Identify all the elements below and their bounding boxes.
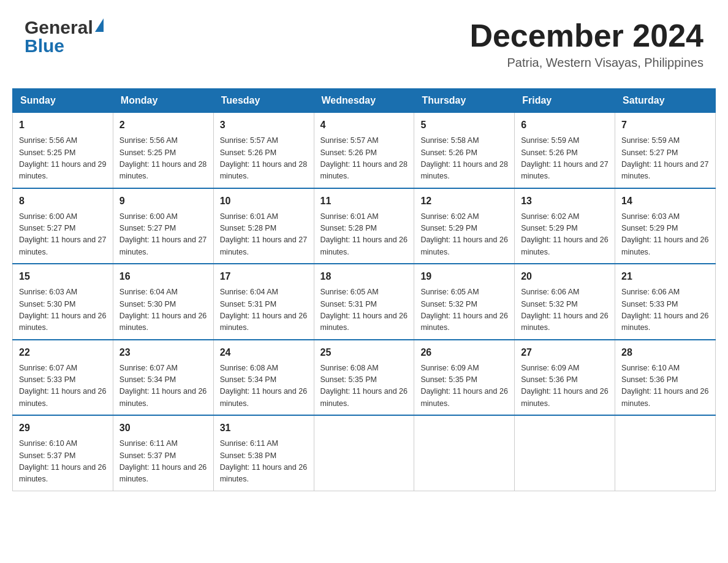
day-number: 23: [119, 345, 207, 360]
day-number: 6: [521, 118, 609, 132]
calendar-week-row: 8Sunrise: 6:00 AMSunset: 5:27 PMDaylight…: [13, 188, 716, 264]
col-saturday: Saturday: [615, 89, 716, 113]
day-info: Sunrise: 6:11 AMSunset: 5:37 PMDaylight:…: [119, 438, 207, 486]
col-thursday: Thursday: [414, 89, 515, 113]
day-number: 22: [19, 345, 107, 360]
calendar-table: Sunday Monday Tuesday Wednesday Thursday…: [12, 88, 716, 491]
calendar-cell: 4Sunrise: 5:57 AMSunset: 5:26 PMDaylight…: [314, 113, 414, 188]
day-info: Sunrise: 6:03 AMSunset: 5:29 PMDaylight:…: [621, 211, 709, 259]
page-header: General Blue December 2024 Patria, Weste…: [12, 12, 716, 76]
calendar-cell: 18Sunrise: 6:05 AMSunset: 5:31 PMDayligh…: [314, 264, 414, 340]
day-number: 5: [420, 118, 508, 132]
calendar-cell: 19Sunrise: 6:05 AMSunset: 5:32 PMDayligh…: [414, 264, 515, 340]
day-info: Sunrise: 6:03 AMSunset: 5:30 PMDaylight:…: [19, 286, 107, 334]
calendar-cell: 16Sunrise: 6:04 AMSunset: 5:30 PMDayligh…: [113, 264, 213, 340]
day-info: Sunrise: 6:05 AMSunset: 5:31 PMDaylight:…: [320, 286, 408, 334]
col-wednesday: Wednesday: [314, 89, 414, 113]
day-number: 29: [19, 421, 107, 435]
day-number: 13: [521, 194, 609, 209]
calendar-week-row: 22Sunrise: 6:07 AMSunset: 5:33 PMDayligh…: [13, 340, 716, 416]
day-info: Sunrise: 5:56 AMSunset: 5:25 PMDaylight:…: [119, 135, 207, 183]
calendar-cell: 22Sunrise: 6:07 AMSunset: 5:33 PMDayligh…: [13, 340, 113, 416]
calendar-cell: 11Sunrise: 6:01 AMSunset: 5:28 PMDayligh…: [314, 188, 414, 264]
calendar-cell: 3Sunrise: 5:57 AMSunset: 5:26 PMDaylight…: [213, 113, 314, 188]
day-info: Sunrise: 6:02 AMSunset: 5:29 PMDaylight:…: [420, 211, 508, 259]
day-info: Sunrise: 5:57 AMSunset: 5:26 PMDaylight:…: [220, 135, 308, 183]
day-info: Sunrise: 6:00 AMSunset: 5:27 PMDaylight:…: [119, 211, 207, 259]
day-info: Sunrise: 6:04 AMSunset: 5:30 PMDaylight:…: [119, 286, 207, 334]
logo-triangle-icon: [95, 18, 104, 32]
calendar-cell: 29Sunrise: 6:10 AMSunset: 5:37 PMDayligh…: [13, 415, 113, 491]
day-info: Sunrise: 6:10 AMSunset: 5:36 PMDaylight:…: [621, 362, 709, 410]
day-number: 10: [220, 194, 308, 209]
calendar-week-row: 15Sunrise: 6:03 AMSunset: 5:30 PMDayligh…: [13, 264, 716, 340]
calendar-cell: 14Sunrise: 6:03 AMSunset: 5:29 PMDayligh…: [615, 188, 716, 264]
calendar-cell: [414, 415, 515, 491]
day-number: 19: [420, 269, 508, 284]
calendar-cell: 9Sunrise: 6:00 AMSunset: 5:27 PMDaylight…: [113, 188, 213, 264]
day-number: 8: [19, 194, 107, 209]
day-number: 4: [320, 118, 408, 132]
calendar-header-row: Sunday Monday Tuesday Wednesday Thursday…: [13, 89, 716, 113]
day-info: Sunrise: 6:08 AMSunset: 5:34 PMDaylight:…: [220, 362, 308, 410]
day-number: 18: [320, 269, 408, 284]
day-info: Sunrise: 6:04 AMSunset: 5:31 PMDaylight:…: [220, 286, 308, 334]
day-number: 31: [220, 421, 308, 435]
day-number: 26: [420, 345, 508, 360]
calendar-cell: [515, 415, 615, 491]
day-number: 12: [420, 194, 508, 209]
calendar-cell: 13Sunrise: 6:02 AMSunset: 5:29 PMDayligh…: [515, 188, 615, 264]
day-number: 11: [320, 194, 408, 209]
day-number: 14: [621, 194, 709, 209]
day-number: 17: [220, 269, 308, 284]
calendar-cell: 26Sunrise: 6:09 AMSunset: 5:35 PMDayligh…: [414, 340, 515, 416]
day-info: Sunrise: 6:06 AMSunset: 5:32 PMDaylight:…: [521, 286, 609, 334]
calendar-cell: 20Sunrise: 6:06 AMSunset: 5:32 PMDayligh…: [515, 264, 615, 340]
calendar-week-row: 29Sunrise: 6:10 AMSunset: 5:37 PMDayligh…: [13, 415, 716, 491]
calendar-cell: 12Sunrise: 6:02 AMSunset: 5:29 PMDayligh…: [414, 188, 515, 264]
day-number: 27: [521, 345, 609, 360]
day-info: Sunrise: 5:57 AMSunset: 5:26 PMDaylight:…: [320, 135, 408, 183]
day-number: 3: [220, 118, 308, 132]
calendar-week-row: 1Sunrise: 5:56 AMSunset: 5:25 PMDaylight…: [13, 113, 716, 188]
day-info: Sunrise: 6:02 AMSunset: 5:29 PMDaylight:…: [521, 211, 609, 259]
day-info: Sunrise: 6:07 AMSunset: 5:34 PMDaylight:…: [119, 362, 207, 410]
day-number: 24: [220, 345, 308, 360]
col-sunday: Sunday: [13, 89, 113, 113]
day-number: 2: [119, 118, 207, 132]
day-info: Sunrise: 5:58 AMSunset: 5:26 PMDaylight:…: [420, 135, 508, 183]
calendar-cell: 30Sunrise: 6:11 AMSunset: 5:37 PMDayligh…: [113, 415, 213, 491]
calendar-cell: 21Sunrise: 6:06 AMSunset: 5:33 PMDayligh…: [615, 264, 716, 340]
day-info: Sunrise: 6:01 AMSunset: 5:28 PMDaylight:…: [320, 211, 408, 259]
day-info: Sunrise: 6:00 AMSunset: 5:27 PMDaylight:…: [19, 211, 107, 259]
day-info: Sunrise: 6:11 AMSunset: 5:38 PMDaylight:…: [220, 438, 308, 486]
day-number: 15: [19, 269, 107, 284]
calendar-cell: 8Sunrise: 6:00 AMSunset: 5:27 PMDaylight…: [13, 188, 113, 264]
calendar-cell: [314, 415, 414, 491]
logo-blue-text: Blue: [25, 37, 64, 55]
calendar-cell: 5Sunrise: 5:58 AMSunset: 5:26 PMDaylight…: [414, 113, 515, 188]
day-number: 9: [119, 194, 207, 209]
calendar-cell: 15Sunrise: 6:03 AMSunset: 5:30 PMDayligh…: [13, 264, 113, 340]
day-info: Sunrise: 6:07 AMSunset: 5:33 PMDaylight:…: [19, 362, 107, 410]
day-info: Sunrise: 6:06 AMSunset: 5:33 PMDaylight:…: [621, 286, 709, 334]
col-friday: Friday: [515, 89, 615, 113]
day-number: 20: [521, 269, 609, 284]
day-number: 30: [119, 421, 207, 435]
day-number: 28: [621, 345, 709, 360]
day-info: Sunrise: 6:01 AMSunset: 5:28 PMDaylight:…: [220, 211, 308, 259]
day-info: Sunrise: 6:08 AMSunset: 5:35 PMDaylight:…: [320, 362, 408, 410]
calendar-cell: 27Sunrise: 6:09 AMSunset: 5:36 PMDayligh…: [515, 340, 615, 416]
logo: General Blue: [25, 18, 104, 55]
calendar-cell: 24Sunrise: 6:08 AMSunset: 5:34 PMDayligh…: [213, 340, 314, 416]
day-number: 7: [621, 118, 709, 132]
location-subtitle: Patria, Western Visayas, Philippines: [469, 56, 703, 70]
calendar-cell: 31Sunrise: 6:11 AMSunset: 5:38 PMDayligh…: [213, 415, 314, 491]
day-number: 21: [621, 269, 709, 284]
calendar-cell: 1Sunrise: 5:56 AMSunset: 5:25 PMDaylight…: [13, 113, 113, 188]
calendar-cell: 6Sunrise: 5:59 AMSunset: 5:26 PMDaylight…: [515, 113, 615, 188]
day-info: Sunrise: 5:59 AMSunset: 5:26 PMDaylight:…: [521, 135, 609, 183]
calendar-cell: 25Sunrise: 6:08 AMSunset: 5:35 PMDayligh…: [314, 340, 414, 416]
day-info: Sunrise: 6:05 AMSunset: 5:32 PMDaylight:…: [420, 286, 508, 334]
month-title: December 2024: [469, 18, 703, 53]
